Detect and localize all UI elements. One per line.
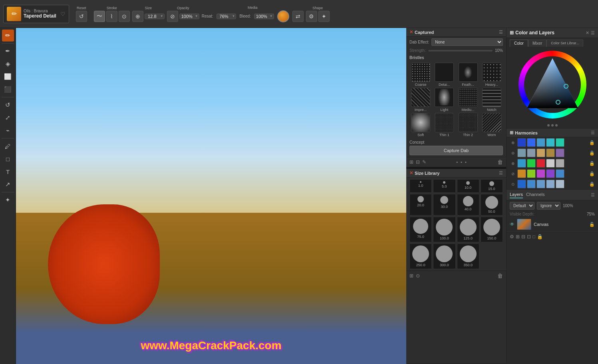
color-swatch[interactable] [536,180,545,188]
size-down-arrow[interactable]: ▼ [159,14,164,18]
size-library-menu[interactable]: ☰ [499,170,503,176]
lf-icon3[interactable]: ⊟ [521,234,525,239]
capture-dab-button[interactable]: Capture Dab [409,146,503,155]
text-tool-button[interactable]: T [2,166,14,178]
wheel-dot-2[interactable] [551,124,554,127]
harmony-icon[interactable]: ⊘ [510,170,516,177]
media-swap-button[interactable]: ⇄ [292,11,304,22]
size-item[interactable]: 1.0 [409,179,432,193]
size-item[interactable]: 10.0 [457,179,479,193]
bleed-down-arrow[interactable]: ▼ [269,14,274,18]
bristle-item-light[interactable]: Light [433,88,455,112]
size-item[interactable]: 150.0 [481,217,503,242]
size-library-close-icon[interactable]: ✕ [409,170,413,176]
ignore-select[interactable]: Ignore [537,202,560,210]
bristle-item-detai[interactable]: Detai... [433,63,455,87]
selection-tool-button[interactable]: □ [2,153,14,165]
size-item[interactable]: 50.0 [481,194,503,216]
color-swatch[interactable] [556,159,564,168]
harmony-icon[interactable]: ⊕ [510,139,516,146]
size-item[interactable]: 100.0 [433,217,455,242]
tab-layers[interactable]: Layers [510,191,523,198]
color-swatch[interactable] [527,169,536,178]
harmony-icon[interactable]: ⊗ [510,160,516,166]
harmony-icon[interactable]: ⊖ [510,150,516,156]
brush-tool-button[interactable]: ✏ [2,30,14,42]
reset-button[interactable]: ↺ [76,11,87,22]
resat-down-arrow[interactable]: ▼ [231,14,236,18]
warp-tool-button[interactable]: ⌁ [2,125,14,136]
harmony-lock-icon[interactable]: 🔒 [589,182,595,187]
media-color-circle[interactable] [277,10,289,22]
transform-tool-button[interactable]: ⤢ [2,112,14,124]
cl-close-icon[interactable]: ✕ [586,30,589,36]
lf-icon5[interactable]: □ [532,234,535,239]
bristle-item-heavy[interactable]: Heavy... [481,63,503,87]
color-swatch[interactable] [536,159,545,168]
bleed-input[interactable] [254,14,269,19]
color-swatch[interactable] [527,138,536,147]
footer-icon2[interactable]: ⊟ [416,159,420,165]
size-item[interactable]: 40.0 [457,194,479,216]
color-swatch[interactable] [546,138,555,147]
footer-icon1[interactable]: ⊞ [409,159,413,165]
size-item[interactable]: 250.0 [409,243,432,269]
color-swatch[interactable] [546,169,555,178]
footer-trash[interactable]: 🗑 [497,159,503,165]
dab-effect-select[interactable]: None [431,38,503,46]
color-swatch[interactable] [517,169,526,178]
color-swatch[interactable] [517,159,526,168]
bristle-item-notch[interactable]: Notch [481,88,503,112]
bristle-item-worn[interactable]: Worn [481,113,503,137]
stroke-btn2[interactable]: ⌇ [106,11,117,22]
size-item[interactable]: 125.0 [457,217,479,242]
size-item[interactable]: 5.0 [433,179,455,193]
arrow-tool-button[interactable]: ↗ [2,178,14,190]
size-item[interactable]: 15.0 [481,179,503,193]
bristle-item-impre[interactable]: Impre... [409,88,432,112]
stroke-btn1[interactable]: 〜 [94,11,105,22]
tab-channels[interactable]: Channels [526,191,544,198]
size-lib-icon2[interactable]: ⊙ [416,273,420,279]
color-swatch[interactable] [546,159,555,168]
vector-tool-button[interactable]: 🖊 [2,140,14,152]
color-swatch[interactable] [556,148,564,157]
tab-color[interactable]: Color [510,40,528,47]
harmony-lock-icon[interactable]: 🔒 [589,161,595,166]
opacity-input[interactable] [180,14,194,19]
layers-menu[interactable]: ☰ [591,192,595,198]
fill-tool-button[interactable]: ⬛ [2,83,14,95]
bristle-item-thin1[interactable]: Thin 1 [433,113,455,137]
color-swatch[interactable] [527,159,536,168]
size-item[interactable]: 300.0 [433,243,455,269]
color-swatch[interactable] [556,138,564,147]
eyedropper-tool-button[interactable]: ✒ [2,45,14,57]
layer-visibility-icon[interactable]: 👁 [510,222,515,227]
shape-btn2[interactable]: ✦ [318,11,330,22]
cl-menu-icon[interactable]: ☰ [591,30,595,36]
color-swatch[interactable] [517,148,526,157]
layer-lock-icon[interactable]: 🔓 [589,222,595,227]
color-triangle-svg[interactable] [524,56,581,113]
footer-icon3[interactable]: ✎ [422,159,426,165]
opacity-down-arrow[interactable]: ▼ [194,14,199,18]
color-swatch[interactable] [536,138,545,147]
size-lib-icon1[interactable]: ⊞ [409,273,413,279]
color-swatch[interactable] [517,180,526,188]
stroke-btn3[interactable]: ⊙ [119,11,130,22]
bristle-item-feath[interactable]: Feath... [457,63,479,87]
size-item[interactable]: 350.0 [457,243,479,269]
bristle-item-coarse[interactable]: Coarse [409,63,432,87]
color-swatch[interactable] [546,148,555,157]
wheel-dot-1[interactable] [547,124,550,127]
color-swatch[interactable] [527,148,536,157]
size-item[interactable]: 20.0 [409,194,432,216]
bristle-item-soft[interactable]: Soft [409,113,432,137]
canvas-area[interactable]: www.MegaCrackPack.com [16,28,406,364]
shape-btn1[interactable]: ⚙ [306,11,317,22]
resat-input[interactable] [217,14,231,19]
lf-icon2[interactable]: ⊞ [516,234,520,239]
harmony-icon[interactable]: ⊙ [510,181,516,187]
strength-bar[interactable] [428,50,493,51]
rectangle-select-button[interactable]: ⬜ [2,71,14,83]
